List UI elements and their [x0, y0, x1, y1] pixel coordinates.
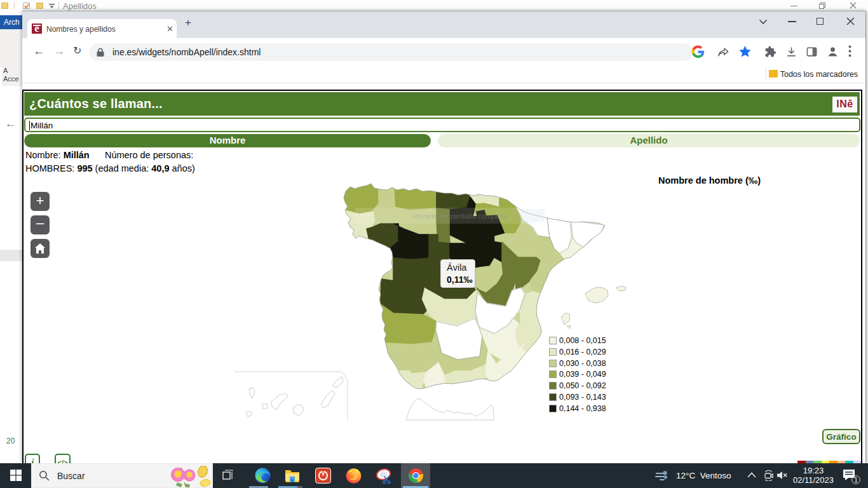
svg-text:Recorte de pantalla completa: Recorte de pantalla completa [412, 212, 508, 220]
